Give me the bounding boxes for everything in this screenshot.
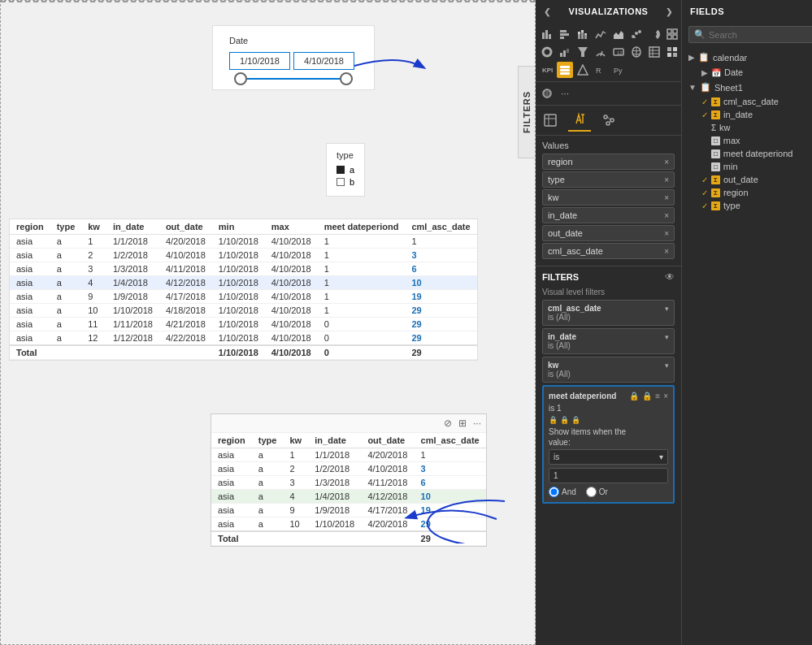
filter-meet-lock-sm2[interactable]: 🔒 <box>560 416 569 424</box>
date-slider-right-knob[interactable] <box>340 72 353 85</box>
filters-vertical-tab[interactable]: FILTERS <box>518 66 536 158</box>
viz-icon-dots[interactable]: ··· <box>557 85 573 102</box>
viz-icon-map[interactable] <box>628 44 645 60</box>
second-table-row[interactable]: asiaa91/9/20184/17/201819 <box>211 504 486 517</box>
viz-panel-arrow-right[interactable]: ❯ <box>666 7 673 16</box>
filter-value-input[interactable] <box>549 468 668 483</box>
field-tag-kw-remove[interactable]: × <box>664 193 669 202</box>
col-header-out-date[interactable]: out_date <box>159 219 212 235</box>
viz-icon-bar2[interactable] <box>557 26 573 42</box>
filter-meet-lock-sm1[interactable]: 🔒 <box>549 416 558 424</box>
col-header-min[interactable]: min <box>212 219 265 235</box>
field-tag-out-date[interactable]: out_date × <box>542 225 675 241</box>
viz-icon-waterfall[interactable] <box>557 44 573 60</box>
field-tag-out-date-remove[interactable]: × <box>664 229 669 238</box>
filter-radio-or-input[interactable] <box>586 487 597 497</box>
viz-icon-bar[interactable] <box>539 26 555 42</box>
filter-item-in-date[interactable]: in_date ▾ is (All) <box>542 328 675 354</box>
field-tag-type[interactable]: type × <box>542 171 675 188</box>
col-header-type[interactable]: type <box>50 219 82 235</box>
viz-icon-card[interactable]: 123 <box>610 44 627 60</box>
viz-filters-eye-icon[interactable]: 👁 <box>665 271 675 283</box>
filter-item-meet-dateperiond-expanded[interactable]: meet dateperiond 🔒 🔒 ≡ × is 1 🔒 🔒 🔒 Show… <box>542 385 675 504</box>
field-tag-type-remove[interactable]: × <box>664 175 669 184</box>
viz-icon-kpi[interactable]: KPI <box>539 62 555 78</box>
viz-icon-gauge[interactable] <box>593 44 609 60</box>
tree-item-kw[interactable]: ✓ Σ kw <box>685 121 812 134</box>
table-row[interactable]: asiaa31/3/20184/11/20181/10/20184/10/201… <box>10 262 477 276</box>
viz-icon-image[interactable]: R <box>593 62 609 78</box>
filter-meet-lock-sm3[interactable]: 🔒 <box>571 416 580 424</box>
second-table-row[interactable]: asiaa41/4/20184/12/201810 <box>211 490 486 504</box>
table-row[interactable]: asiaa11/1/20184/20/20181/10/20184/10/201… <box>10 235 477 249</box>
viz-icon-table[interactable] <box>646 44 662 60</box>
expand-toolbar-icon[interactable]: ⊞ <box>457 416 468 431</box>
date-slider-track[interactable] <box>234 78 353 80</box>
s-col-type[interactable]: type <box>252 433 284 448</box>
viz-format-btn[interactable] <box>568 109 591 132</box>
filter-in-date-chevron[interactable]: ▾ <box>665 333 669 341</box>
date-end-input[interactable]: 4/10/2018 <box>293 52 354 70</box>
field-tag-region-remove[interactable]: × <box>664 158 669 167</box>
col-header-cml-asc-date[interactable]: cml_asc_date <box>405 219 476 235</box>
viz-icon-python[interactable]: Py <box>610 62 627 78</box>
field-tag-region[interactable]: region × <box>542 154 675 170</box>
col-header-max[interactable]: max <box>265 219 318 235</box>
table-row[interactable]: asiaa41/4/20184/12/20181/10/20184/10/201… <box>10 276 477 290</box>
filter-kw-chevron[interactable]: ▾ <box>665 361 669 370</box>
filter-meet-more-icon[interactable]: ≡ <box>655 392 660 400</box>
filter-toolbar-icon[interactable]: ⊘ <box>442 416 454 431</box>
viz-icon-area[interactable] <box>610 26 627 42</box>
table-row[interactable]: asiaa111/11/20184/21/20181/10/20184/10/2… <box>10 318 477 331</box>
s-col-cml-asc-date[interactable]: cml_asc_date <box>415 433 486 448</box>
filter-radio-and-input[interactable] <box>549 487 559 497</box>
filter-item-cml-asc-date[interactable]: cml_asc_date ▾ is (All) <box>542 300 675 326</box>
viz-icon-more1[interactable] <box>664 26 680 42</box>
field-tag-kw[interactable]: kw × <box>542 189 675 206</box>
tree-item-sheet1-expand[interactable]: ▼ 📋 Sheet1 <box>685 80 812 95</box>
viz-icon-donut[interactable] <box>539 44 555 60</box>
more-toolbar-icon[interactable]: ··· <box>471 416 483 431</box>
viz-icon-globe[interactable] <box>539 85 555 102</box>
s-col-in-date[interactable]: in_date <box>308 433 361 448</box>
filter-meet-lock2-icon[interactable]: 🔒 <box>642 392 652 400</box>
second-table-row[interactable]: asiaa31/3/20184/11/20186 <box>211 476 486 490</box>
second-table-row[interactable]: asiaa21/2/20184/10/20183 <box>211 462 486 476</box>
fields-search-input[interactable] <box>709 30 812 40</box>
filter-dropdown[interactable]: is ▾ <box>549 449 668 465</box>
tree-item-calendar-expand[interactable]: ▶ 📋 calendar <box>685 50 812 65</box>
filter-cml-chevron[interactable]: ▾ <box>665 305 669 313</box>
col-header-meet-dateperiond[interactable]: meet dateperiond <box>318 219 406 235</box>
viz-icon-scatter[interactable] <box>628 26 645 42</box>
tree-item-max[interactable]: ✓ □ max <box>685 134 812 147</box>
viz-icon-shape[interactable] <box>575 62 591 78</box>
filter-radio-and[interactable]: And <box>549 487 576 497</box>
filter-meet-lock-icon[interactable]: 🔒 <box>629 392 639 400</box>
s-col-region[interactable]: region <box>211 433 252 448</box>
col-header-region[interactable]: region <box>10 219 50 235</box>
tree-item-region[interactable]: ✓ Σ region <box>685 186 812 199</box>
viz-icon-matrix[interactable] <box>664 44 680 60</box>
tree-item-meet-dateperiond[interactable]: ✓ □ meet dateperiond <box>685 147 812 160</box>
tree-item-in-date[interactable]: ✓ Σ in_date <box>685 108 812 121</box>
second-table-row[interactable]: asiaa11/1/20184/20/20181 <box>211 448 486 462</box>
viz-build-btn[interactable] <box>539 109 562 132</box>
s-col-kw[interactable]: kw <box>284 433 309 448</box>
col-header-in-date[interactable]: in_date <box>106 219 159 235</box>
date-start-input[interactable]: 1/10/2018 <box>229 52 290 70</box>
table-row[interactable]: asiaa91/9/20184/17/20181/10/20184/10/201… <box>10 290 477 304</box>
field-tag-in-date[interactable]: in_date × <box>542 207 675 223</box>
tree-item-cml-asc-date[interactable]: ✓ Σ cml_asc_date <box>685 95 812 108</box>
tree-item-out-date[interactable]: ✓ Σ out_date <box>685 173 812 186</box>
field-tag-cml-asc-date-remove[interactable]: × <box>664 247 669 256</box>
tree-item-min[interactable]: ✓ □ min <box>685 160 812 173</box>
viz-icon-slicer[interactable] <box>557 62 573 78</box>
viz-icon-stacked[interactable] <box>575 26 591 42</box>
viz-icon-pie[interactable] <box>646 26 662 42</box>
second-table-row[interactable]: asiaa101/10/20184/20/201829 <box>211 517 486 532</box>
table-row[interactable]: asiaa21/2/20184/10/20181/10/20184/10/201… <box>10 249 477 262</box>
filter-radio-or[interactable]: Or <box>586 487 608 497</box>
filter-meet-close-icon[interactable]: × <box>663 392 668 400</box>
tree-item-type[interactable]: ✓ Σ type <box>685 199 812 212</box>
field-tag-cml-asc-date[interactable]: cml_asc_date × <box>542 243 675 259</box>
